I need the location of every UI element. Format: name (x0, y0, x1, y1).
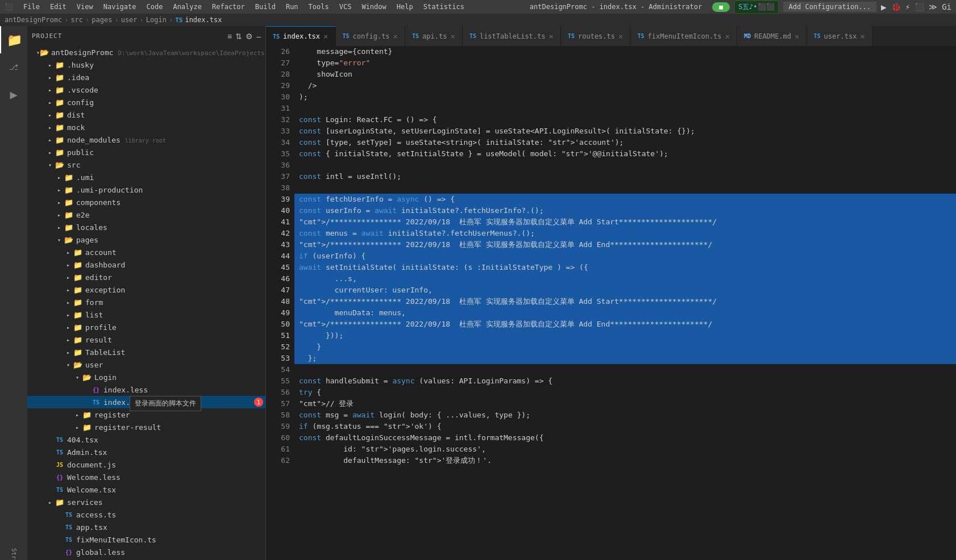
tree-label: app.tsx (76, 523, 265, 532)
close-sidebar-btn[interactable]: – (256, 32, 261, 41)
tab-close-user.tsx[interactable]: × (860, 32, 864, 41)
tab-close-config.ts[interactable]: × (393, 32, 398, 41)
tree-item-_vscode[interactable]: ▸📁.vscode (27, 83, 265, 96)
code-line-40: const userInfo = await initialState?.fet… (294, 205, 956, 216)
tab-listTableList_ts[interactable]: TS listTableList.ts × (463, 26, 561, 46)
profile-btn[interactable]: ⚡ (905, 2, 910, 11)
breadcrumb-project[interactable]: antDesignPromc (5, 16, 62, 24)
tree-item-fixMenuItemIcon_ts[interactable]: TSfixMenuItemIcon.ts (27, 533, 265, 546)
menu-tools[interactable]: Tools (304, 2, 334, 12)
menu-edit[interactable]: Edit (45, 2, 71, 12)
tree-item-Welcome_less[interactable]: {}Welcome.less (27, 471, 265, 483)
tree-item-register_result[interactable]: ▸📁register-result (27, 421, 265, 433)
tree-item-exception[interactable]: ▸📁exception (27, 283, 265, 296)
menu-help[interactable]: Help (392, 2, 418, 12)
activity-project[interactable]: 📁 (0, 26, 27, 53)
tree-item-components[interactable]: ▸📁components (27, 196, 265, 208)
tree-item-app_tsx[interactable]: TSapp.tsx (27, 521, 265, 533)
tab-routes_ts[interactable]: TS routes.ts × (561, 26, 631, 46)
tab-README_md[interactable]: MD README.md × (737, 26, 807, 46)
menu-statistics[interactable]: Statistics (419, 2, 469, 12)
menu-analyze[interactable]: Analyze (168, 2, 206, 12)
breadcrumb-pages[interactable]: pages (92, 16, 112, 24)
tree-item-register[interactable]: ▸📁register (27, 408, 265, 421)
tree-item-public[interactable]: ▸📁public (27, 146, 265, 158)
tab-close-routes.ts[interactable]: × (618, 32, 623, 41)
menu-vcs[interactable]: VCS (335, 2, 356, 12)
tree-item-_umi[interactable]: ▸📁.umi (27, 171, 265, 183)
tree-item-Admin_tsx[interactable]: TSAdmin.tsx (27, 446, 265, 458)
tree-item-list[interactable]: ▸📁list (27, 308, 265, 321)
tab-close-fixMenuItemIcon.ts[interactable]: × (725, 32, 730, 41)
debug-btn[interactable]: 🐞 (891, 2, 901, 11)
tab-index_tsx[interactable]: TS index.tsx × (266, 26, 336, 46)
tree-item-config[interactable]: ▸📁config (27, 96, 265, 108)
code-line-27: type="error" (294, 57, 956, 69)
tree-item-dist[interactable]: ▸📁dist (27, 108, 265, 121)
tab-api_ts[interactable]: TS api.ts × (405, 26, 463, 46)
git-btn[interactable]: Gi (942, 2, 951, 11)
menu-view[interactable]: View (72, 2, 98, 12)
tree-item-index_less[interactable]: {}index.less (27, 383, 265, 396)
tab-close-listTableList.ts[interactable]: × (549, 32, 554, 41)
tree-item-_umi_production[interactable]: ▸📁.umi-production (27, 183, 265, 196)
tab-config_ts[interactable]: TS config.ts × (336, 26, 406, 46)
file-icon-ts: TS (55, 437, 65, 443)
tab-close-README.md[interactable]: × (795, 32, 799, 41)
breadcrumb-login[interactable]: Login (146, 16, 167, 24)
tree-item-TableList[interactable]: ▸📁TableList (27, 346, 265, 358)
breadcrumb-src[interactable]: src (70, 16, 83, 24)
menu-build[interactable]: Build (251, 2, 280, 12)
expand-btn[interactable]: ⇅ (235, 32, 242, 41)
tree-item-_idea[interactable]: ▸📁.idea (27, 71, 265, 83)
menu-run[interactable]: Run (281, 2, 303, 12)
collapse-all-btn[interactable]: ≡ (227, 32, 232, 41)
tree-item-document_js[interactable]: JSdocument.js (27, 458, 265, 471)
menu-window[interactable]: Window (357, 2, 390, 12)
tree-item-dashboard[interactable]: ▸📁dashboard (27, 258, 265, 271)
menu-navigate[interactable]: Navigate (99, 2, 141, 12)
coverage-btn[interactable]: ⬛ (915, 2, 924, 11)
breadcrumb-user[interactable]: user (121, 16, 138, 24)
tab-fixMenuItemIcon_ts[interactable]: TS fixMenuItemIcon.ts × (630, 26, 737, 46)
tree-item-index_tsx[interactable]: TSindex.tsx1登录画面的脚本文件 (27, 396, 265, 408)
breadcrumb-filename[interactable]: index.tsx (185, 16, 222, 24)
tree-item-editor[interactable]: ▸📁editor (27, 271, 265, 283)
tree-item-404_tsx[interactable]: TS404.tsx (27, 433, 265, 446)
tree-item-profile[interactable]: ▸📁profile (27, 321, 265, 333)
tree-item-account[interactable]: ▸📁account (27, 246, 265, 258)
activity-run[interactable]: ▶ (0, 81, 27, 108)
tree-item-pages[interactable]: ▾📂pages (27, 233, 265, 246)
run-btn[interactable]: ▶ (881, 2, 887, 12)
tree-item-result[interactable]: ▸📁result (27, 333, 265, 346)
more-btn[interactable]: ≫ (929, 2, 937, 11)
tree-item-src[interactable]: ▾📂src (27, 158, 265, 171)
tree-item-services[interactable]: ▸📁services (27, 496, 265, 508)
activity-structure[interactable]: Structure (0, 551, 27, 560)
tree-item-mock[interactable]: ▸📁mock (27, 121, 265, 133)
tree-item-form[interactable]: ▸📁form (27, 296, 265, 308)
tree-item-_husky[interactable]: ▸📁.husky (27, 58, 265, 71)
settings-btn[interactable]: ⚙ (246, 32, 253, 41)
tree-item-Login[interactable]: ▾📂Login (27, 371, 265, 383)
tree-item-user[interactable]: ▾📂user (27, 358, 265, 371)
code-editor[interactable]: 2627282930313233343536373839404142434445… (266, 46, 956, 560)
tree-item-Welcome_tsx[interactable]: TSWelcome.tsx (27, 483, 265, 496)
menu-code[interactable]: Code (142, 2, 168, 12)
add-config[interactable]: Add Configuration... (783, 2, 877, 12)
tree-item-access_ts[interactable]: TSaccess.ts (27, 508, 265, 521)
tree-item-global_less[interactable]: {}global.less (27, 546, 265, 558)
ime-selector[interactable]: S五♪•⬛⬛ (734, 1, 779, 14)
tree-item-node_modules[interactable]: ▸📁node_modules library root (27, 133, 265, 146)
tree-item-e2e[interactable]: ▸📁e2e (27, 208, 265, 221)
tree-item-antDesignPromc[interactable]: ▾📂antDesignPromc D:\work\JavaTeam\worksp… (27, 46, 265, 58)
activity-vcs[interactable]: ⎇ (0, 53, 27, 81)
menu-file[interactable]: File (19, 2, 44, 12)
tree-item-locales[interactable]: ▸📁locales (27, 221, 265, 233)
menu-refactor[interactable]: Refactor (207, 2, 250, 12)
tab-close-api.ts[interactable]: × (450, 32, 455, 41)
breadcrumb-sep2: › (85, 16, 89, 24)
tab-user_tsx[interactable]: TS user.tsx × (807, 26, 872, 46)
tree-label: config (67, 98, 265, 107)
tab-close-index.tsx[interactable]: × (323, 32, 328, 41)
